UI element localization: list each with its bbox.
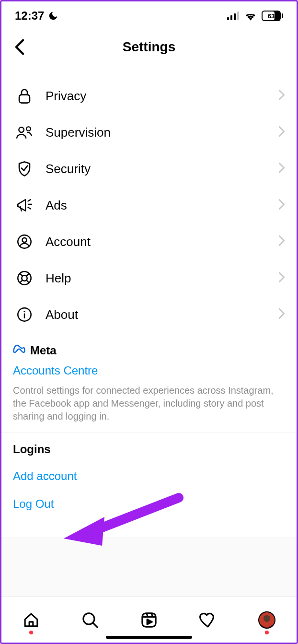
settings-row-about[interactable]: About xyxy=(1,296,297,333)
page-title: Settings xyxy=(123,39,175,55)
logins-heading: Logins xyxy=(13,443,285,456)
svg-rect-3 xyxy=(237,12,239,20)
notification-dot xyxy=(29,631,33,634)
battery-indicator: 63 xyxy=(262,11,283,21)
logins-section: Logins Add account Log Out xyxy=(1,433,297,538)
settings-row-privacy[interactable]: Privacy xyxy=(1,78,297,114)
page-header: Settings xyxy=(1,30,297,64)
settings-row-ads[interactable]: Ads xyxy=(1,187,297,223)
chevron-right-icon xyxy=(278,235,285,248)
megaphone-icon xyxy=(16,197,33,214)
settings-row-help[interactable]: Help xyxy=(1,260,297,296)
row-label: Account xyxy=(46,234,91,249)
chevron-right-icon xyxy=(278,308,285,321)
dnd-moon-icon xyxy=(48,11,58,21)
tab-search[interactable] xyxy=(80,609,101,631)
settings-list: Privacy Supervision xyxy=(1,64,297,333)
row-label: Ads xyxy=(46,198,67,213)
svg-point-5 xyxy=(19,127,24,132)
chevron-right-icon xyxy=(278,89,285,103)
tab-bar xyxy=(1,597,297,643)
svg-point-6 xyxy=(26,127,31,131)
cellular-signal-icon xyxy=(227,12,240,20)
tab-home[interactable] xyxy=(21,609,42,631)
chevron-right-icon xyxy=(278,271,285,285)
lifebuoy-icon xyxy=(16,269,33,287)
svg-rect-4 xyxy=(19,95,30,103)
profile-avatar xyxy=(258,611,275,629)
row-label: Privacy xyxy=(46,89,86,104)
logout-link[interactable]: Log Out xyxy=(13,497,285,511)
people-icon xyxy=(16,124,33,141)
accounts-centre-link[interactable]: Accounts Centre xyxy=(13,364,98,377)
chevron-right-icon xyxy=(278,199,285,212)
meta-logo-icon xyxy=(13,344,26,357)
row-label: Security xyxy=(46,162,91,176)
svg-point-20 xyxy=(23,311,25,312)
svg-line-22 xyxy=(93,623,97,627)
svg-line-16 xyxy=(20,281,23,283)
tab-activity[interactable] xyxy=(197,609,218,631)
svg-line-7 xyxy=(28,199,30,201)
row-label: Help xyxy=(46,271,71,286)
wifi-icon xyxy=(244,11,257,21)
settings-row-supervision[interactable]: Supervision xyxy=(1,114,297,151)
status-bar: 12:37 xyxy=(1,1,297,30)
meta-brand-label: Meta xyxy=(30,344,57,357)
tab-reels[interactable] xyxy=(138,609,160,631)
settings-row-account[interactable]: Account xyxy=(1,223,297,260)
svg-line-17 xyxy=(27,281,30,283)
row-label: Supervision xyxy=(46,125,111,140)
meta-description: Control settings for connected experienc… xyxy=(13,384,285,423)
svg-line-9 xyxy=(28,207,30,209)
svg-rect-0 xyxy=(227,17,229,20)
meta-section: Meta Accounts Centre Control settings fo… xyxy=(1,333,297,433)
status-time: 12:37 xyxy=(15,9,44,23)
notification-dot xyxy=(265,631,269,634)
svg-marker-27 xyxy=(147,619,152,624)
svg-rect-1 xyxy=(230,15,232,20)
settings-row-security[interactable]: Security xyxy=(1,151,297,187)
lock-icon xyxy=(16,87,33,105)
row-label: About xyxy=(46,307,78,322)
account-icon xyxy=(16,233,33,250)
add-account-link[interactable]: Add account xyxy=(13,469,285,483)
home-indicator xyxy=(106,636,192,639)
battery-pct: 63 xyxy=(268,12,275,20)
svg-rect-2 xyxy=(234,13,236,20)
back-button[interactable] xyxy=(10,37,29,57)
svg-point-11 xyxy=(22,238,26,242)
info-icon xyxy=(16,306,33,323)
svg-line-14 xyxy=(20,273,23,276)
svg-line-15 xyxy=(27,273,30,276)
chevron-right-icon xyxy=(278,162,285,176)
chevron-right-icon xyxy=(278,126,285,139)
svg-point-13 xyxy=(22,275,27,281)
tab-profile[interactable] xyxy=(256,609,277,631)
shield-icon xyxy=(16,160,33,177)
